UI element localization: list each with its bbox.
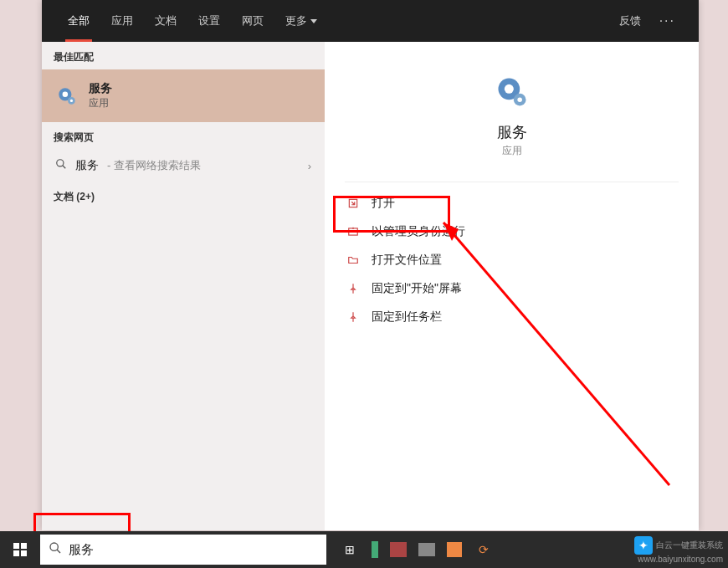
- action-open[interactable]: 打开: [335, 189, 689, 217]
- search-icon: [55, 158, 67, 173]
- open-icon: [346, 197, 360, 210]
- search-panel: 全部 应用 文档 设置 网页 更多 反馈 ··· 最佳匹配 服务 应用 搜索网页: [42, 0, 699, 530]
- folder-icon: [346, 253, 360, 267]
- action-pin-taskbar[interactable]: 固定到任务栏: [335, 303, 689, 331]
- preview-title: 服务: [325, 122, 699, 142]
- svg-point-1: [63, 91, 69, 97]
- tab-bar: 全部 应用 文档 设置 网页 更多 反馈 ···: [42, 0, 699, 42]
- taskbar-app-4[interactable]: [447, 542, 462, 557]
- web-search-item[interactable]: 服务 - 查看网络搜索结果 ›: [42, 150, 325, 182]
- action-run-as-admin-label: 以管理员身份运行: [372, 224, 465, 239]
- search-input-text: 服务: [69, 542, 94, 558]
- services-icon: [55, 84, 79, 108]
- chevron-down-icon: [310, 19, 317, 23]
- tab-web[interactable]: 网页: [231, 0, 274, 42]
- action-pin-taskbar-label: 固定到任务栏: [372, 310, 442, 325]
- svg-rect-16: [13, 550, 19, 556]
- preview-services-icon: [492, 72, 532, 112]
- pin-taskbar-icon: [346, 310, 360, 324]
- action-open-label: 打开: [372, 196, 395, 211]
- taskbar-icons: ⊞ ⟳: [340, 540, 494, 560]
- preview-subtitle: 应用: [325, 144, 699, 158]
- action-pin-start-label: 固定到"开始"屏幕: [372, 281, 462, 296]
- svg-line-5: [63, 166, 66, 169]
- content-area: 最佳匹配 服务 应用 搜索网页 服务 - 查看网络搜索结果 › 文档 (2: [42, 42, 699, 530]
- preview-column: 服务 应用 打开 以管理员身份运行: [325, 42, 699, 530]
- task-view-icon[interactable]: ⊞: [340, 540, 360, 560]
- results-column: 最佳匹配 服务 应用 搜索网页 服务 - 查看网络搜索结果 › 文档 (2: [42, 42, 325, 530]
- svg-point-4: [57, 160, 64, 166]
- tab-more-label: 更多: [285, 13, 307, 28]
- action-pin-start[interactable]: 固定到"开始"屏幕: [335, 274, 689, 303]
- svg-point-9: [517, 97, 522, 102]
- action-run-as-admin[interactable]: 以管理员身份运行: [335, 217, 689, 246]
- tab-more[interactable]: 更多: [274, 0, 328, 42]
- chevron-right-icon: ›: [308, 160, 311, 172]
- action-list: 打开 以管理员身份运行 打开文件位置: [325, 189, 699, 331]
- search-web-header: 搜索网页: [42, 122, 325, 150]
- taskbar-app-5[interactable]: ⟳: [474, 540, 494, 560]
- taskbar: 服务 ⊞ ⟳: [0, 531, 728, 568]
- search-icon: [49, 541, 62, 558]
- tab-documents[interactable]: 文档: [144, 0, 187, 42]
- more-options-icon[interactable]: ···: [651, 13, 684, 28]
- taskbar-app-3[interactable]: [418, 543, 435, 556]
- svg-rect-14: [13, 543, 19, 549]
- best-match-item[interactable]: 服务 应用: [42, 69, 325, 122]
- preview-header: 服务 应用: [325, 59, 699, 175]
- documents-header[interactable]: 文档 (2+): [42, 182, 325, 209]
- feedback-link[interactable]: 反馈: [609, 13, 651, 28]
- svg-rect-15: [21, 543, 27, 549]
- taskbar-search-box[interactable]: 服务: [40, 535, 326, 565]
- svg-rect-11: [349, 228, 358, 235]
- tab-settings[interactable]: 设置: [187, 0, 231, 42]
- taskbar-app-2[interactable]: [390, 542, 407, 557]
- start-button[interactable]: [0, 531, 40, 568]
- svg-point-7: [504, 84, 513, 94]
- svg-point-18: [50, 543, 58, 550]
- web-search-desc: - 查看网络搜索结果: [107, 158, 201, 173]
- admin-icon: [346, 225, 360, 238]
- web-search-term: 服务: [75, 158, 99, 173]
- taskbar-app-1[interactable]: [372, 541, 378, 558]
- best-match-subtitle: 应用: [89, 96, 112, 110]
- tab-apps[interactable]: 应用: [100, 0, 144, 42]
- action-open-location[interactable]: 打开文件位置: [335, 246, 689, 274]
- svg-rect-17: [21, 550, 27, 556]
- best-match-header: 最佳匹配: [42, 42, 325, 69]
- divider: [345, 182, 679, 182]
- tab-all[interactable]: 全部: [57, 0, 100, 42]
- pin-icon: [346, 282, 360, 295]
- action-open-location-label: 打开文件位置: [372, 253, 442, 268]
- best-match-title: 服务: [89, 81, 112, 96]
- svg-point-3: [70, 99, 73, 101]
- svg-line-19: [57, 550, 60, 553]
